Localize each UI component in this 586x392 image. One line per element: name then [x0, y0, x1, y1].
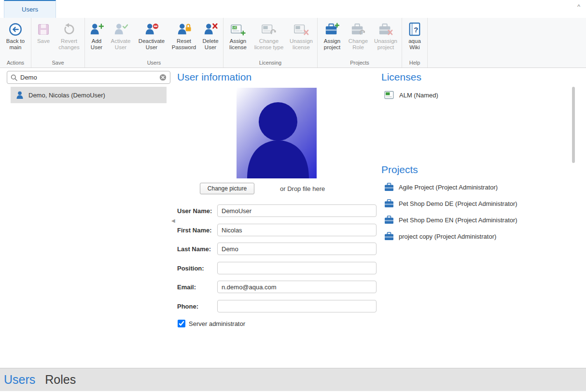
button-label: aqua Wiki: [404, 38, 425, 51]
button-label: Unassign license: [287, 38, 315, 51]
clear-search-icon[interactable]: [159, 74, 167, 81]
search-input[interactable]: [20, 74, 156, 81]
license-icon: [384, 91, 394, 100]
unassign-project-button[interactable]: Unassign project: [371, 19, 401, 59]
unassign-license-button[interactable]: Unassign license: [286, 19, 316, 59]
svg-text:?: ?: [414, 26, 418, 34]
bottom-tab-users[interactable]: Users: [4, 373, 35, 387]
aqua-wiki-button[interactable]: ? aqua Wiki: [403, 19, 426, 59]
license-item[interactable]: ALM (Named): [384, 91, 438, 100]
user-name-label: User Name:: [177, 207, 217, 215]
server-admin-label: Server administrator: [189, 320, 245, 327]
position-field[interactable]: [217, 262, 377, 274]
button-label: Delete User: [200, 38, 221, 51]
ribbon-group-save: Save Revert changes Save: [31, 18, 85, 68]
activate-user-icon: [113, 21, 128, 38]
revert-changes-button[interactable]: Revert changes: [55, 19, 84, 59]
change-license-type-button[interactable]: Change license type: [251, 19, 286, 59]
collapse-panel-icon[interactable]: ◀: [171, 218, 175, 223]
change-role-button[interactable]: Change Role: [346, 19, 371, 59]
project-icon: [384, 216, 394, 224]
licenses-title: Licenses: [381, 71, 421, 83]
assign-project-button[interactable]: Assign project: [319, 19, 346, 59]
collapse-ribbon-icon[interactable]: ^: [574, 3, 583, 12]
drop-file-hint: or Drop file here: [280, 185, 325, 192]
deactivate-user-button[interactable]: Deactivate User: [134, 19, 169, 59]
button-label: Change Role: [347, 38, 370, 51]
position-label: Position:: [177, 265, 217, 272]
ribbon: Back to main Actions Save: [0, 18, 586, 68]
license-item-label: ALM (Named): [399, 92, 438, 99]
project-item[interactable]: Pet Shop Demo EN (Project Administrator): [384, 216, 517, 224]
project-item-label: Pet Shop Demo EN (Project Administrator): [399, 216, 517, 224]
server-admin-row: Server administrator: [178, 320, 245, 327]
user-name-field[interactable]: [217, 204, 377, 217]
project-item[interactable]: Pet Shop Demo DE (Project Administrator): [384, 199, 517, 208]
user-list: Demo, Nicolas (DemoUser): [11, 87, 167, 103]
user-list-item[interactable]: Demo, Nicolas (DemoUser): [11, 87, 167, 103]
form-row-phone: Phone:: [177, 300, 377, 312]
change-picture-button[interactable]: Change picture: [200, 183, 254, 194]
server-admin-checkbox[interactable]: [178, 320, 185, 327]
first-name-label: First Name:: [177, 227, 217, 234]
project-item[interactable]: project copy (Project Administrator): [384, 232, 496, 241]
user-avatar: [237, 88, 317, 178]
phone-field[interactable]: [217, 300, 377, 312]
user-icon: [15, 91, 24, 99]
activate-user-button[interactable]: Activate User: [107, 19, 134, 59]
ribbon-group-label: Projects: [318, 59, 402, 68]
change-license-icon: [261, 21, 277, 38]
button-label: Assign project: [320, 38, 345, 51]
project-item[interactable]: Agile Project (Project Administrator): [384, 183, 498, 191]
delete-user-button[interactable]: Delete User: [199, 19, 222, 59]
button-label: Assign license: [225, 38, 251, 51]
email-label: Email:: [177, 284, 217, 291]
tab-users[interactable]: Users: [4, 0, 56, 18]
ribbon-group-help: ? aqua Wiki Help: [402, 18, 428, 68]
ribbon-group-licensing: LIC Assign license: [223, 18, 318, 68]
first-name-field[interactable]: [217, 224, 377, 236]
ribbon-group-label: Actions: [0, 59, 31, 68]
ribbon-group-label: Users: [85, 59, 223, 68]
bottom-tab-roles[interactable]: Roles: [45, 373, 76, 387]
button-label: Activate User: [108, 38, 133, 51]
deactivate-user-icon: [144, 21, 159, 38]
form-row-email: Email:: [177, 281, 377, 293]
save-icon: [37, 21, 50, 38]
ribbon-group-actions: Back to main Actions: [0, 18, 31, 68]
user-list-item-label: Demo, Nicolas (DemoUser): [28, 92, 105, 99]
assign-project-icon: [325, 21, 339, 38]
project-item-label: project copy (Project Administrator): [399, 233, 496, 240]
assign-license-button[interactable]: LIC Assign license: [224, 19, 251, 59]
search-icon: [11, 74, 17, 81]
projects-title: Projects: [381, 164, 418, 176]
last-name-field[interactable]: [217, 243, 377, 255]
form-row-position: Position:: [177, 262, 377, 274]
project-icon: [384, 183, 394, 191]
project-item-label: Agile Project (Project Administrator): [399, 184, 498, 191]
reset-password-button[interactable]: Reset Password: [169, 19, 199, 59]
project-item-label: Pet Shop Demo DE (Project Administrator): [399, 200, 517, 207]
button-label: Revert changes: [56, 38, 83, 51]
bottom-tab-bar: Users Roles: [0, 368, 586, 391]
back-to-main-button[interactable]: Back to main: [1, 19, 30, 59]
email-field[interactable]: [217, 281, 377, 293]
ribbon-group-label: Help: [402, 59, 427, 68]
vertical-scrollbar[interactable]: [572, 87, 575, 163]
project-icon: [384, 199, 394, 208]
unassign-project-icon: [378, 21, 393, 38]
aqua-wiki-icon: ?: [408, 21, 421, 38]
user-information-title: User information: [177, 71, 251, 83]
ribbon-group-projects: Assign project Change Role: [318, 18, 402, 68]
ribbon-group-label: Save: [31, 59, 84, 68]
reset-password-icon: [177, 21, 191, 38]
ribbon-group-label: Licensing: [223, 59, 317, 68]
save-button[interactable]: Save: [32, 19, 55, 59]
button-label: Change license type: [252, 38, 285, 51]
ribbon-tab-strip: Users ^: [0, 0, 586, 18]
add-user-button[interactable]: Add User: [86, 19, 107, 59]
user-search-box: [7, 71, 170, 84]
unassign-license-icon: [293, 21, 309, 38]
button-label: Unassign project: [372, 38, 400, 51]
button-label: Add User: [87, 38, 106, 51]
